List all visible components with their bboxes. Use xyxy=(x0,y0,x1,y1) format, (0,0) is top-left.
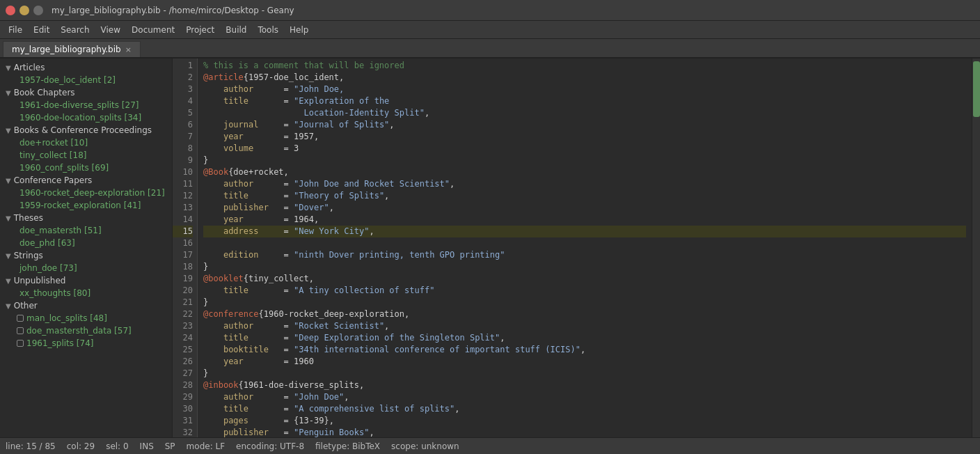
status-col: col: 29 xyxy=(67,441,95,451)
menu-search[interactable]: Search xyxy=(55,24,95,36)
sidebar-item-1959-rocket[interactable]: 1959-rocket_exploration [41] xyxy=(0,199,172,212)
triangle-articles-icon: ▼ xyxy=(6,64,11,72)
status-mode: mode: LF xyxy=(187,441,225,451)
code-editor[interactable]: % this is a comment that will be ignored… xyxy=(198,58,972,437)
sidebar-item-1961-splits[interactable]: 1961_splits [74] xyxy=(0,337,172,350)
triangle-other-icon: ▼ xyxy=(6,302,11,310)
menu-edit[interactable]: Edit xyxy=(28,24,55,36)
bullet-icon-1 xyxy=(17,315,24,322)
window-title: my_large_bibliography.bib - /home/mirco/… xyxy=(52,6,294,15)
menu-help[interactable]: Help xyxy=(284,24,314,36)
sidebar: ▼ Articles 1957-doe_loc_ident [2] ▼ Book… xyxy=(0,58,173,437)
editor-scrollbar[interactable] xyxy=(972,58,980,437)
sidebar-item-doe-mastersth-data-label: doe_mastersth_data [57] xyxy=(26,326,132,336)
menu-project[interactable]: Project xyxy=(180,24,220,36)
menu-build[interactable]: Build xyxy=(220,24,252,36)
line-numbers: 12345 678910 1112131415 1617181920 21222… xyxy=(173,58,198,437)
sidebar-item-1961-diverse[interactable]: 1961-doe-diverse_splits [27] xyxy=(0,99,172,111)
sidebar-section-conf-papers[interactable]: ▼ Conference Papers xyxy=(0,174,172,187)
editor[interactable]: 12345 678910 1112131415 1617181920 21222… xyxy=(173,58,980,437)
menubar: File Edit Search View Document Project B… xyxy=(0,21,980,39)
sidebar-section-other[interactable]: ▼ Other xyxy=(0,299,172,312)
bullet-icon-2 xyxy=(17,327,24,334)
sidebar-item-1960-location[interactable]: 1960-doe-location_splits [34] xyxy=(0,111,172,124)
sidebar-section-other-label: Other xyxy=(14,301,38,311)
sidebar-item-1960-rocket-deep[interactable]: 1960-rocket_deep-exploration [21] xyxy=(0,187,172,199)
sidebar-item-tiny-collect[interactable]: tiny_collect [18] xyxy=(0,149,172,162)
status-scope: scope: unknown xyxy=(391,441,459,451)
editor-container: 12345 678910 1112131415 1617181920 21222… xyxy=(173,58,980,437)
sidebar-item-doe-mastersth-data[interactable]: doe_mastersth_data [57] xyxy=(0,324,172,337)
main-layout: ▼ Articles 1957-doe_loc_ident [2] ▼ Book… xyxy=(0,58,980,437)
sidebar-item-man-loc-label: man_loc_splits [48] xyxy=(26,313,107,323)
status-filetype: filetype: BibTeX xyxy=(315,441,380,451)
sidebar-section-articles-label: Articles xyxy=(14,63,45,72)
sidebar-item-doe-rocket[interactable]: doe+rocket [10] xyxy=(0,136,172,149)
sidebar-section-strings-label: Strings xyxy=(14,251,43,260)
triangle-confpapers-icon: ▼ xyxy=(6,177,11,185)
triangle-unpublished-icon: ▼ xyxy=(6,277,11,285)
sidebar-item-john-doe[interactable]: john_doe [73] xyxy=(0,262,172,274)
sidebar-section-unpublished[interactable]: ▼ Unpublished xyxy=(0,274,172,287)
maximize-button[interactable] xyxy=(33,6,43,15)
sidebar-item-xx-thoughts[interactable]: xx_thoughts [80] xyxy=(0,287,172,299)
tab-main-file[interactable]: my_large_bibliography.bib × xyxy=(3,41,141,57)
status-encoding: encoding: UTF-8 xyxy=(236,441,304,451)
sidebar-item-1957-doe[interactable]: 1957-doe_loc_ident [2] xyxy=(0,74,172,86)
triangle-bookchapters-icon: ▼ xyxy=(6,89,11,97)
window-controls xyxy=(6,6,43,15)
menu-view[interactable]: View xyxy=(95,24,126,36)
sidebar-item-doe-mastersth[interactable]: doe_mastersth [51] xyxy=(0,224,172,237)
titlebar: my_large_bibliography.bib - /home/mirco/… xyxy=(0,0,980,21)
sidebar-item-1961-splits-label: 1961_splits [74] xyxy=(26,338,93,348)
triangle-strings-icon: ▼ xyxy=(6,252,11,260)
status-sp: SP xyxy=(165,441,175,451)
tab-close-button[interactable]: × xyxy=(125,45,132,54)
tabbar: my_large_bibliography.bib × xyxy=(0,39,980,58)
menu-file[interactable]: File xyxy=(3,24,28,36)
menu-document[interactable]: Document xyxy=(126,24,180,36)
status-ins: INS xyxy=(140,441,154,451)
menu-tools[interactable]: Tools xyxy=(252,24,284,36)
scroll-thumb[interactable] xyxy=(973,61,980,117)
tab-filename: my_large_bibliography.bib xyxy=(12,45,121,54)
sidebar-item-doe-phd[interactable]: doe_phd [63] xyxy=(0,237,172,249)
sidebar-section-unpublished-label: Unpublished xyxy=(14,276,66,285)
sidebar-section-theses-label: Theses xyxy=(14,213,43,223)
sidebar-section-booksconf-label: Books & Conference Proceedings xyxy=(14,125,152,135)
sidebar-section-book-chapters[interactable]: ▼ Book Chapters xyxy=(0,86,172,99)
triangle-booksconf-icon: ▼ xyxy=(6,127,11,134)
minimize-button[interactable] xyxy=(19,6,29,15)
bullet-icon-3 xyxy=(17,340,24,347)
status-sel: sel: 0 xyxy=(106,441,128,451)
triangle-theses-icon: ▼ xyxy=(6,214,11,222)
sidebar-section-strings[interactable]: ▼ Strings xyxy=(0,249,172,262)
sidebar-item-1960-conf[interactable]: 1960_conf_splits [69] xyxy=(0,162,172,174)
close-button[interactable] xyxy=(6,6,15,15)
statusbar: line: 15 / 85 col: 29 sel: 0 INS SP mode… xyxy=(0,437,980,454)
sidebar-section-bookchapters-label: Book Chapters xyxy=(14,88,75,97)
status-line: line: 15 / 85 xyxy=(6,441,56,451)
sidebar-section-books-conf[interactable]: ▼ Books & Conference Proceedings xyxy=(0,124,172,136)
sidebar-item-man-loc[interactable]: man_loc_splits [48] xyxy=(0,312,172,324)
sidebar-section-articles[interactable]: ▼ Articles xyxy=(0,61,172,74)
sidebar-section-theses[interactable]: ▼ Theses xyxy=(0,212,172,224)
sidebar-section-confpapers-label: Conference Papers xyxy=(14,175,93,185)
